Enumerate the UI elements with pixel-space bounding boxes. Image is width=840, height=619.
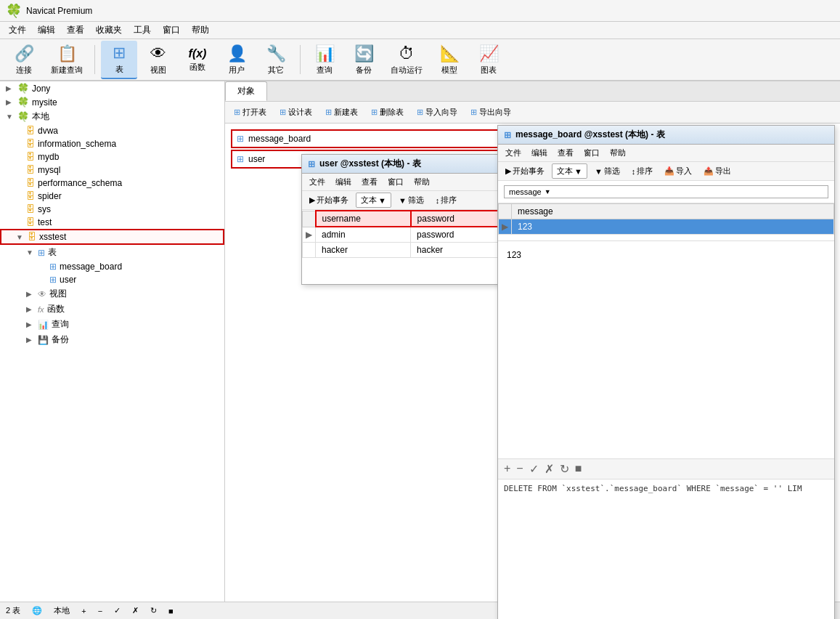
message-board-menubar: 文件 编辑 查看 窗口 帮助 bbox=[498, 145, 834, 162]
msg-check-icon[interactable]: ✓ bbox=[529, 462, 539, 476]
msg-menu-edit[interactable]: 编辑 bbox=[527, 146, 552, 160]
connection-name: 本地 bbox=[54, 605, 70, 616]
msg-refresh-icon[interactable]: ↻ bbox=[560, 462, 569, 476]
content-area: 对象 ⊞ 打开表 ⊞ 设计表 ⊞ 新建表 ⊞ 删除表 ⊞ 导入向导 bbox=[225, 81, 840, 602]
username-cell-1[interactable]: admin bbox=[316, 227, 411, 243]
sidebar-item-xsstest-views[interactable]: ▶ 👁 视图 bbox=[0, 286, 224, 302]
user-table-window: ⊞ user @xsstest (本地) - 表 文件 编辑 查看 窗口 帮助 … bbox=[301, 154, 505, 285]
msg-menu-view[interactable]: 查看 bbox=[553, 146, 578, 160]
user-table-menu-edit[interactable]: 编辑 bbox=[331, 175, 356, 189]
msg-toolbar-begin[interactable]: ▶ 开始事务 bbox=[501, 164, 549, 178]
function-icon: f(x) bbox=[189, 47, 207, 60]
sidebar-item-xsstest-tables[interactable]: ▼ ⊞ 表 bbox=[0, 245, 224, 260]
message-cell-1[interactable]: 123 bbox=[512, 219, 834, 235]
msg-sort-icon: ↕ bbox=[632, 167, 636, 176]
toolbar-query[interactable]: 📊 查询 bbox=[306, 41, 343, 78]
password-cell-1[interactable]: password bbox=[411, 227, 503, 243]
msg-menu-window[interactable]: 窗口 bbox=[579, 146, 604, 160]
expand-xsstest-views-icon: ▶ bbox=[26, 290, 35, 298]
toolbar-new-query[interactable]: 📋 新建查询 bbox=[45, 41, 89, 78]
table-row[interactable]: hacker hacker bbox=[303, 243, 504, 258]
status-bar-minus-icon[interactable]: − bbox=[98, 607, 102, 615]
user-table-toolbar-text[interactable]: 文本 ▼ bbox=[356, 193, 391, 208]
msg-cancel-icon[interactable]: ✗ bbox=[545, 462, 554, 476]
password-cell-2[interactable]: hacker bbox=[411, 243, 503, 258]
obj-btn-new-table[interactable]: ⊞ 新建表 bbox=[319, 105, 364, 119]
obj-btn-design-table[interactable]: ⊞ 设计表 bbox=[274, 105, 318, 119]
toolbar-other[interactable]: 🔧 其它 bbox=[258, 41, 294, 78]
sidebar-item-dvwa[interactable]: 🗄 dvwa bbox=[0, 124, 224, 137]
menu-file[interactable]: 文件 bbox=[3, 23, 32, 38]
sidebar-item-xsstest-queries[interactable]: ▶ 📊 查询 bbox=[0, 317, 224, 332]
status-bar-check-icon[interactable]: ✓ bbox=[114, 606, 121, 615]
sidebar-item-test[interactable]: 🗄 test bbox=[0, 216, 224, 229]
menu-window[interactable]: 窗口 bbox=[157, 23, 186, 38]
user-table-titlebar: ⊞ user @xsstest (本地) - 表 bbox=[302, 155, 504, 174]
toolbar-model[interactable]: 📐 模型 bbox=[431, 41, 468, 78]
sidebar-item-mysite[interactable]: ▶ 🍀 mysite bbox=[0, 95, 224, 109]
msg-toolbar-text[interactable]: 文本 ▼ bbox=[552, 163, 587, 179]
menu-tools[interactable]: 工具 bbox=[128, 23, 157, 38]
password-header: password bbox=[411, 211, 503, 227]
obj-btn-open-table[interactable]: ⊞ 打开表 bbox=[228, 105, 272, 119]
sidebar-item-sys[interactable]: 🗄 sys bbox=[0, 203, 224, 216]
toolbar-backup[interactable]: 🔄 备份 bbox=[346, 41, 382, 78]
table-count: 2 表 bbox=[6, 605, 20, 616]
toolbar-user[interactable]: 👤 用户 bbox=[219, 41, 255, 78]
status-bar-stop-icon[interactable]: ■ bbox=[168, 607, 174, 615]
user-table-menu-file[interactable]: 文件 bbox=[305, 175, 330, 189]
menu-edit[interactable]: 编辑 bbox=[32, 23, 61, 38]
menu-help[interactable]: 帮助 bbox=[186, 23, 215, 38]
obj-btn-import[interactable]: ⊞ 导入向导 bbox=[411, 105, 463, 119]
toolbar-chart[interactable]: 📈 图表 bbox=[470, 41, 507, 78]
user-table-menu-view[interactable]: 查看 bbox=[357, 175, 382, 189]
status-bar-cancel-icon[interactable]: ✗ bbox=[132, 606, 139, 615]
msg-add-icon[interactable]: + bbox=[504, 462, 510, 476]
toolbar-table[interactable]: ⊞ 表 bbox=[101, 41, 137, 79]
user-table-menu-window[interactable]: 窗口 bbox=[383, 175, 408, 189]
msg-toolbar-sort[interactable]: ↕ 排序 bbox=[627, 164, 658, 178]
msg-menu-help[interactable]: 帮助 bbox=[605, 146, 630, 160]
sidebar-item-xsstest-backup[interactable]: ▶ 💾 备份 bbox=[0, 332, 224, 347]
sidebar-item-mysql[interactable]: 🗄 mysql bbox=[0, 163, 224, 177]
sidebar-item-message-board[interactable]: ⊞ message_board bbox=[0, 260, 224, 273]
sidebar-item-information-schema[interactable]: 🗄 information_schema bbox=[0, 137, 224, 150]
sidebar-item-mydb[interactable]: 🗄 mydb bbox=[0, 150, 224, 163]
obj-btn-delete-table[interactable]: ⊞ 删除表 bbox=[365, 105, 409, 119]
tab-bar: 对象 bbox=[225, 81, 840, 102]
column-dropdown[interactable]: message ▼ bbox=[504, 185, 828, 198]
tab-objects[interactable]: 对象 bbox=[225, 81, 267, 101]
table-row[interactable]: ▶ admin password bbox=[303, 227, 504, 243]
sidebar-item-jony[interactable]: ▶ 🍀 Jony bbox=[0, 81, 224, 95]
msg-toolbar-import[interactable]: 📥 导入 bbox=[660, 164, 696, 178]
message-board-title: message_board @xsstest (本地) - 表 bbox=[515, 129, 665, 141]
toolbar-view[interactable]: 👁 视图 bbox=[140, 41, 176, 78]
toolbar-function[interactable]: f(x) 函数 bbox=[179, 44, 216, 76]
menu-favorites[interactable]: 收藏夹 bbox=[90, 23, 128, 38]
username-cell-2[interactable]: hacker bbox=[316, 243, 411, 258]
user-table-toolbar-begin[interactable]: ▶ 开始事务 bbox=[305, 193, 353, 207]
column-selector-area: message ▼ bbox=[498, 181, 834, 203]
table-row[interactable]: ▶ 123 bbox=[499, 219, 834, 235]
sidebar-item-xsstest[interactable]: ▼ 🗄 xsstest bbox=[0, 229, 224, 245]
toolbar-connect[interactable]: 🔗 连接 bbox=[6, 41, 42, 78]
user-table-toolbar-filter[interactable]: ▼ 筛选 bbox=[394, 193, 428, 207]
toolbar-autorun[interactable]: ⏱ 自动运行 bbox=[385, 41, 428, 78]
sidebar-item-spider[interactable]: 🗄 spider bbox=[0, 190, 224, 203]
status-bar-add-icon[interactable]: + bbox=[81, 607, 86, 615]
user-table-toolbar-sort[interactable]: ↕ 排序 bbox=[431, 193, 462, 207]
msg-stop-icon[interactable]: ■ bbox=[575, 462, 582, 476]
sidebar-item-performance-schema[interactable]: 🗄 performance_schema bbox=[0, 177, 224, 190]
sidebar-item-user-table[interactable]: ⊞ user bbox=[0, 273, 224, 286]
menu-view[interactable]: 查看 bbox=[61, 23, 90, 38]
sidebar-item-xsstest-functions[interactable]: ▶ fx 函数 bbox=[0, 302, 224, 317]
msg-toolbar-filter[interactable]: ▼ 筛选 bbox=[590, 164, 624, 178]
obj-btn-export[interactable]: ⊞ 导出向导 bbox=[465, 105, 517, 119]
user-table-menu-help[interactable]: 帮助 bbox=[409, 175, 434, 189]
msg-remove-icon[interactable]: − bbox=[516, 462, 523, 476]
msg-toolbar-export[interactable]: 📤 导出 bbox=[699, 164, 735, 178]
message-board-window: ⊞ message_board @xsstest (本地) - 表 文件 编辑 … bbox=[497, 125, 835, 619]
sidebar-item-local[interactable]: ▼ 🍀 本地 bbox=[0, 109, 224, 124]
msg-menu-file[interactable]: 文件 bbox=[501, 146, 526, 160]
status-bar-refresh-icon[interactable]: ↻ bbox=[150, 606, 157, 615]
